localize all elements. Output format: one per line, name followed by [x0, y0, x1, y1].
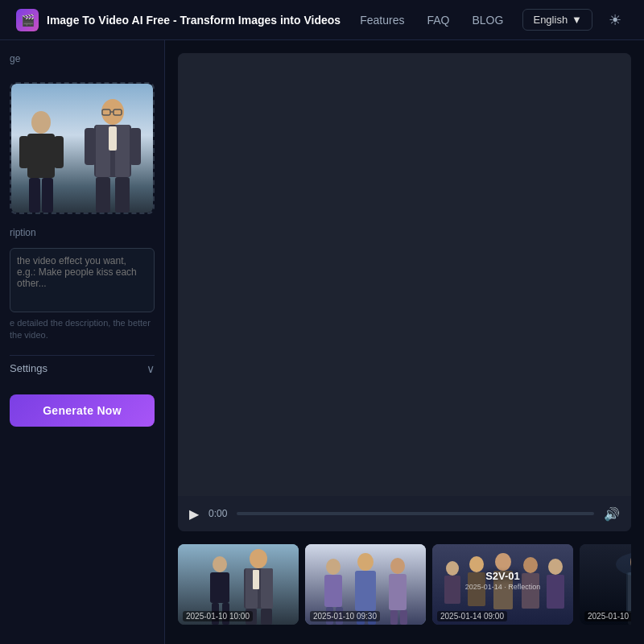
volume-button[interactable]: 🔊 — [604, 506, 620, 522]
svg-rect-42 — [400, 610, 407, 625]
thumbnail-card-3[interactable]: S2V-01 2025-01-14 · Reflection 2025-01-1… — [432, 544, 573, 625]
svg-point-31 — [326, 559, 341, 575]
svg-rect-26 — [261, 568, 273, 609]
nav-features[interactable]: Features — [360, 14, 404, 27]
svg-point-23 — [250, 549, 267, 568]
svg-point-44 — [446, 561, 459, 576]
header-left: 🎬 Image To Video AI Free - Transform Ima… — [16, 9, 341, 31]
svg-rect-5 — [54, 136, 64, 168]
chevron-down-icon: ▼ — [572, 14, 582, 26]
theme-toggle-button[interactable]: ☀ — [602, 7, 628, 33]
time-display: 0:00 — [208, 508, 227, 519]
svg-point-50 — [523, 557, 538, 573]
video-player: ▶ 0:00 🔊 — [178, 53, 631, 531]
language-label: English — [533, 14, 568, 26]
svg-rect-32 — [324, 575, 342, 607]
thumb4-timestamp: 2025-01-10 08:30 — [584, 611, 631, 621]
chevron-down-icon: ∨ — [147, 362, 155, 375]
svg-rect-45 — [444, 576, 460, 604]
svg-rect-51 — [522, 573, 539, 609]
svg-rect-1 — [27, 134, 55, 178]
sun-icon: ☀ — [609, 11, 621, 29]
svg-rect-34 — [355, 571, 376, 611]
header-right: English ▼ ☀ — [522, 7, 628, 33]
thumbnail-card-4[interactable]: 2025-01-10 08:30 — [580, 544, 631, 625]
thumbnail-card-1[interactable]: 2025-01-10 10:00 — [178, 544, 299, 625]
svg-rect-11 — [96, 177, 110, 213]
svg-rect-12 — [115, 177, 130, 213]
image-section-label: ge — [10, 53, 155, 64]
thumb3-label: S2V-01 — [485, 570, 520, 582]
svg-point-52 — [548, 559, 563, 575]
language-selector[interactable]: English ▼ — [522, 9, 592, 31]
svg-rect-41 — [390, 610, 398, 625]
description-label: ription — [10, 227, 155, 238]
thumbnail-strip: 2025-01-10 10:00 — [178, 544, 631, 631]
video-progress-bar[interactable] — [237, 512, 594, 515]
svg-rect-29 — [261, 609, 272, 625]
person-left-figure — [19, 108, 64, 213]
svg-rect-4 — [19, 136, 29, 168]
play-button[interactable]: ▶ — [189, 506, 199, 522]
uploaded-image-preview — [11, 84, 153, 213]
right-panel: ▶ 0:00 🔊 — [165, 40, 644, 644]
left-panel: ge — [0, 40, 165, 644]
app-header: 🎬 Image To Video AI Free - Transform Ima… — [0, 0, 644, 40]
svg-rect-36 — [389, 574, 407, 610]
description-section: ription e detailed the description, the … — [10, 227, 155, 342]
nav-blog[interactable]: BLOG — [472, 14, 503, 27]
svg-point-46 — [469, 556, 484, 572]
description-textarea[interactable] — [10, 248, 155, 312]
settings-label: Settings — [10, 362, 47, 374]
svg-point-19 — [213, 556, 227, 572]
logo-icon: 🎬 — [21, 14, 35, 27]
svg-rect-9 — [115, 125, 130, 177]
svg-rect-10 — [109, 126, 117, 151]
svg-rect-8 — [96, 125, 110, 177]
nav-faq[interactable]: FAQ — [427, 14, 449, 27]
thumb3-timestamp: 2025-01-14 09:00 — [437, 611, 507, 621]
svg-point-48 — [495, 553, 511, 571]
svg-rect-20 — [210, 572, 229, 603]
settings-row[interactable]: Settings ∨ — [10, 355, 155, 382]
video-screen — [178, 53, 631, 496]
svg-rect-57 — [628, 572, 631, 613]
svg-point-0 — [31, 111, 51, 134]
svg-rect-27 — [253, 570, 259, 589]
thumbnail-card-2[interactable]: 2025-01-10 09:30 — [305, 544, 426, 625]
header-nav: Features FAQ BLOG — [360, 14, 503, 27]
main-container: ge — [0, 40, 644, 644]
video-controls: ▶ 0:00 🔊 — [178, 496, 631, 531]
svg-rect-13 — [85, 128, 96, 165]
svg-rect-53 — [547, 575, 564, 609]
svg-rect-14 — [130, 128, 141, 165]
person-right-figure — [85, 96, 141, 213]
svg-rect-2 — [29, 178, 40, 213]
generate-now-button[interactable]: Generate Now — [10, 394, 155, 427]
thumb3-sublabel: 2025-01-14 · Reflection — [465, 583, 541, 591]
description-hint: e detailed the description, the better t… — [10, 317, 155, 342]
app-title: Image To Video AI Free - Transform Image… — [47, 14, 341, 27]
image-upload-area[interactable] — [10, 82, 155, 214]
thumb1-timestamp: 2025-01-10 10:00 — [183, 611, 253, 621]
svg-rect-3 — [42, 178, 53, 213]
app-logo: 🎬 — [16, 9, 39, 31]
thumb2-timestamp: 2025-01-10 09:30 — [310, 611, 380, 621]
svg-point-35 — [390, 558, 405, 574]
svg-point-33 — [357, 553, 374, 571]
